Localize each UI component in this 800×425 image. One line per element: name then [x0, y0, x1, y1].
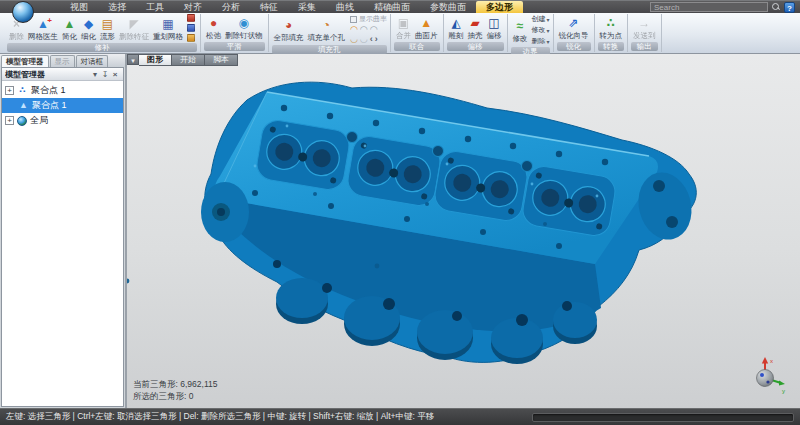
- decimate-button[interactable]: 简化: [60, 16, 79, 41]
- menu-tab-exact-surfaces[interactable]: 精确曲面: [364, 1, 420, 13]
- mini-tool-icon[interactable]: [187, 34, 195, 42]
- boundary-menu: 创建 修改 删除: [532, 14, 550, 46]
- ribbon-group-combine: 合并 曲面片 联合: [391, 14, 444, 52]
- menu-tab-align[interactable]: 对齐: [174, 1, 212, 13]
- fill-flat-icon[interactable]: [370, 25, 378, 34]
- fill-single-icon: [323, 17, 330, 33]
- viewport-tab-graphics[interactable]: 图形: [139, 54, 172, 66]
- menu-tab-tools[interactable]: 工具: [136, 1, 174, 13]
- shell-icon: [470, 15, 479, 31]
- ribbon-group-repair: 删除 网格医生 简化 细化 流形 删除特征: [4, 14, 201, 52]
- relax-icon: [210, 15, 217, 31]
- fill-single-button[interactable]: 填充单个孔: [306, 17, 348, 42]
- panel-title: 模型管理器: [5, 69, 90, 80]
- fill-tangent-icon[interactable]: [360, 25, 368, 34]
- menu-tab-parametric-surfaces[interactable]: 参数曲面: [420, 1, 476, 13]
- panel-menu-icon[interactable]: [90, 69, 100, 80]
- viewport-3d[interactable]: 图形 开始 脚本: [127, 54, 800, 408]
- expand-icon[interactable]: [5, 116, 14, 125]
- remesh-button[interactable]: 重划网格: [151, 16, 185, 41]
- surface-patch-button[interactable]: 曲面片: [413, 15, 440, 40]
- menu-tab-select[interactable]: 选择: [98, 1, 136, 13]
- boundary-modify-button[interactable]: 修改: [511, 18, 530, 43]
- convert-to-points-icon: [607, 15, 615, 31]
- tab-dialog[interactable]: 对话框: [76, 55, 109, 67]
- orientation-triad[interactable]: x y: [744, 354, 790, 398]
- chevron-down-icon: [546, 27, 550, 34]
- statusbar: 左键: 选择三角形 | Ctrl+左键: 取消选择三角形 | Del: 删除所选…: [0, 408, 800, 425]
- tab-model-manager[interactable]: 模型管理器: [1, 55, 49, 67]
- refine-icon: [84, 16, 93, 32]
- tab-display[interactable]: 显示: [50, 55, 75, 67]
- menu-tab-analysis[interactable]: 分析: [212, 1, 250, 13]
- refine-button[interactable]: 细化: [79, 16, 98, 41]
- engine-head-model[interactable]: [127, 66, 799, 408]
- defeature-button[interactable]: 删除特征: [117, 16, 151, 41]
- viewport-info: 当前三角形: 6,962,115 所选的三角形: 0: [133, 378, 217, 402]
- menu-tab-features[interactable]: 特征: [250, 1, 288, 13]
- ribbon-group-boundary: 修改 创建 修改 删除 边界: [508, 14, 554, 52]
- sculpt-button[interactable]: 雕刻: [447, 15, 466, 40]
- panel-tab-bar: 模型管理器 显示 对话框: [0, 54, 125, 67]
- remesh-icon: [162, 16, 173, 32]
- mini-tool-icon[interactable]: [187, 24, 195, 32]
- boundary-delete-button[interactable]: 删除: [532, 36, 550, 46]
- selected-triangles: 所选的三角形: 0: [133, 390, 217, 402]
- merge-button[interactable]: 合并: [394, 15, 413, 40]
- mini-tool-icon[interactable]: [187, 14, 195, 22]
- group-label-sharpen: 锐化: [557, 42, 591, 51]
- boundary-modify-menu-button[interactable]: 修改: [532, 25, 550, 35]
- merge-icon: [398, 15, 409, 31]
- svg-text:x: x: [770, 358, 773, 364]
- search-icon[interactable]: [772, 3, 780, 11]
- menu-tab-view[interactable]: 视图: [60, 1, 98, 13]
- ribbon-toolbar: 删除 网格医生 简化 细化 流形 删除特征: [0, 13, 800, 54]
- boundary-create-button[interactable]: 创建: [532, 14, 550, 24]
- svg-text:y: y: [782, 388, 785, 394]
- point-cloud-icon: [17, 85, 28, 96]
- menu-tab-polygons[interactable]: 多边形: [476, 1, 523, 13]
- send-to-button[interactable]: 发送到: [631, 15, 658, 40]
- offset-button[interactable]: 偏移: [485, 15, 504, 40]
- send-to-icon: [638, 15, 650, 31]
- menu-tab-capture[interactable]: 采集: [288, 1, 326, 13]
- model-tree: 聚合点 1 聚合点 1 全局: [2, 81, 123, 128]
- group-label-output: 输出: [631, 42, 658, 51]
- convert-to-points-button[interactable]: 转为点: [598, 15, 625, 40]
- ribbon-group-smooth: 松弛 删除钉状物 平滑: [201, 14, 269, 52]
- viewport-tab-script[interactable]: 脚本: [205, 54, 238, 66]
- group-label-repair: 修补: [7, 43, 197, 52]
- remove-spikes-button[interactable]: 删除钉状物: [223, 15, 265, 40]
- search-input[interactable]: [650, 2, 768, 12]
- tree-item-points[interactable]: 聚合点 1: [2, 83, 123, 98]
- chevron-down-icon: [546, 38, 550, 45]
- fill-partial-icon[interactable]: [350, 35, 358, 44]
- manifold-button[interactable]: 流形: [98, 16, 117, 41]
- shell-button[interactable]: 抽壳: [466, 15, 485, 40]
- surface-patch-icon: [420, 15, 432, 31]
- help-icon[interactable]: ?: [784, 2, 795, 13]
- ribbon-group-fill-holes: 全部填充 填充单个孔 显示曲率: [269, 14, 392, 52]
- next-hole-icon[interactable]: [375, 35, 378, 44]
- fill-all-button[interactable]: 全部填充: [272, 17, 306, 42]
- viewport-menu-button[interactable]: [127, 54, 139, 65]
- viewport-tab-start[interactable]: 开始: [172, 54, 205, 66]
- fill-curvature-icon[interactable]: [350, 25, 358, 34]
- close-icon[interactable]: [110, 69, 120, 80]
- menu-tab-curves[interactable]: 曲线: [326, 1, 364, 13]
- app-logo-button[interactable]: [12, 1, 34, 23]
- ribbon-group-offset: 雕刻 抽壳 偏移 偏移: [444, 14, 508, 52]
- sharpen-wizard-button[interactable]: 锐化向导: [557, 15, 591, 40]
- repair-mini-tools: [187, 14, 195, 42]
- show-curvature-checkbox[interactable]: [350, 16, 357, 23]
- fill-bridge-icon[interactable]: [360, 35, 368, 44]
- tree-item-global[interactable]: 全局: [2, 113, 123, 128]
- boundary-modify-icon: [517, 18, 524, 34]
- model-manager-panel: 模型管理器 聚合点 1 聚合点 1: [1, 67, 124, 407]
- tree-item-mesh[interactable]: 聚合点 1: [2, 98, 123, 113]
- search-area: ?: [650, 2, 800, 13]
- expand-icon[interactable]: [5, 86, 14, 95]
- pin-icon[interactable]: [100, 69, 110, 80]
- relax-button[interactable]: 松弛: [204, 15, 223, 40]
- prev-hole-icon[interactable]: [370, 35, 373, 44]
